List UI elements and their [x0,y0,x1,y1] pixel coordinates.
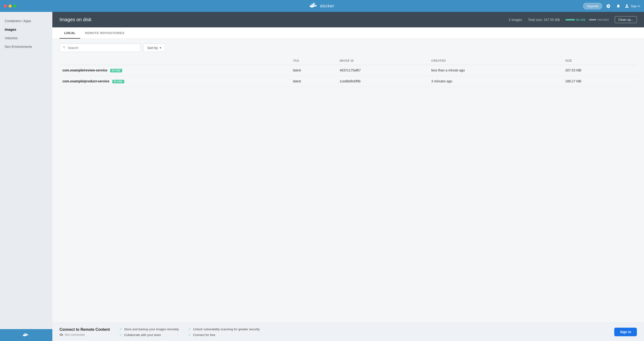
docker-wordmark: docker [320,4,334,9]
image-tag: latest [290,76,337,87]
table-body: com.example/review-service IN USE latest… [60,65,637,87]
sidebar-item-dev-environments[interactable]: Dev Environments [0,42,52,51]
tab-local[interactable]: LOCAL [60,27,80,39]
search-input[interactable] [68,46,137,50]
banner-feature-2: ✓ Collaborate with your team [120,333,179,337]
banner-feature-4: ✓ Connect for free [188,333,260,337]
sidebar-footer [0,329,52,341]
total-size: Total size: 247.55 MB [528,18,560,22]
signin-label: Sign in [631,4,640,8]
feature-label-1: Store and backup your images remotely [124,327,179,331]
in-use-badge: IN USE [112,80,124,83]
image-id: 1cedbd9cbf9b [337,76,428,87]
unused-bar [589,19,596,21]
svg-rect-9 [24,333,25,334]
sidebar-item-volumes[interactable]: Volumes [0,34,52,42]
docker-logo-icon [310,3,318,9]
legend-unused: UNUSED [589,18,609,21]
banner-subtitle: Not connected [60,333,110,336]
gear-icon [606,4,610,8]
banner-not-connected: Not connected [65,333,85,336]
app-body: Containers / Apps Images Volumes Dev Env… [0,12,644,341]
page-title: Images on disk [60,17,92,22]
sidebar-item-images[interactable]: Images [0,25,52,34]
notification-button[interactable] [614,2,622,10]
image-name: com.example/product-service [62,79,110,83]
banner-title: Connect to Remote Content [60,327,110,332]
col-created: CREATED [428,57,562,65]
minimize-button[interactable] [8,5,12,8]
svg-rect-2 [312,4,313,5]
banner-signin-button[interactable]: Sign in [614,328,637,336]
image-tag: latest [290,65,337,76]
close-button[interactable] [4,5,7,8]
titlebar-logo: docker [310,3,334,9]
images-count: 2 images [508,18,522,22]
tabs-bar: LOCAL REMOTE REPOSITORIES [52,27,644,39]
toolbar: Sort by ▾ [60,44,637,52]
banner-feature-3: ✓ Unlock vulnerability scanning for grea… [188,327,260,331]
banner-feature-1: ✓ Store and backup your images remotely [120,327,179,331]
not-connected-icon [60,333,63,336]
banner-features-right: ✓ Unlock vulnerability scanning for grea… [188,327,260,337]
image-id: 4637c175af67 [337,65,428,76]
settings-button[interactable] [604,2,612,10]
cleanup-button[interactable]: Clean up... [615,16,637,23]
maximize-button[interactable] [13,5,16,8]
header-right: 2 images Total size: 247.55 MB IN USE UN… [508,16,637,23]
content-area: LOCAL REMOTE REPOSITORIES Sort by ▾ [52,27,644,341]
table-row[interactable]: com.example/product-service IN USE lates… [60,76,637,87]
sidebar-item-containers[interactable]: Containers / Apps [0,17,52,25]
svg-rect-4 [313,4,314,5]
table-area: Sort by ▾ TAG IMAGE ID CREATED SIZE [52,39,644,323]
traffic-lights [4,5,16,8]
check-icon-2: ✓ [120,333,122,337]
search-box [60,44,140,52]
in-use-bar [566,19,575,21]
col-tag: TAG [290,57,337,65]
header-bar: Images on disk 2 images Total size: 247.… [52,12,644,27]
main-content: Images on disk 2 images Total size: 247.… [52,12,644,341]
sort-label: Sort by [147,46,158,50]
titlebar-actions: Upgrade Sign in [583,2,640,10]
titlebar: docker Upgrade Sign in [0,0,644,12]
svg-rect-6 [315,5,316,7]
signin-button[interactable]: Sign in [624,4,640,8]
banner-title-section: Connect to Remote Content Not connected [60,327,110,336]
sidebar-docker-icon [23,332,30,338]
svg-rect-11 [26,333,27,334]
legend: IN USE UNUSED [566,18,609,21]
svg-rect-12 [27,334,28,335]
upgrade-button[interactable]: Upgrade [583,3,602,9]
search-icon [62,46,66,50]
account-icon [624,4,629,8]
sort-button[interactable]: Sort by ▾ [143,44,165,52]
col-name [60,57,290,65]
table-header: TAG IMAGE ID CREATED SIZE [60,57,637,65]
bell-icon [616,4,620,8]
image-name-cell: com.example/product-service IN USE [60,76,290,87]
image-name-cell: com.example/review-service IN USE [60,65,290,76]
feature-label-4: Connect for free [193,333,215,337]
in-use-label: IN USE [576,18,586,21]
image-size: 207.53 MB [562,65,637,76]
image-size: 188.27 MB [562,76,637,87]
sidebar-nav: Containers / Apps Images Volumes Dev Env… [0,17,52,51]
table-row[interactable]: com.example/review-service IN USE latest… [60,65,637,76]
banner-features-left: ✓ Store and backup your images remotely … [120,327,179,337]
svg-rect-5 [313,3,314,4]
images-table: TAG IMAGE ID CREATED SIZE com.example/re… [60,57,637,87]
feature-label-2: Collaborate with your team [124,333,161,337]
bottom-banner: Connect to Remote Content Not connected … [52,323,644,341]
sidebar: Containers / Apps Images Volumes Dev Env… [0,12,52,341]
col-size: SIZE [562,57,637,65]
chevron-down-icon: ▾ [160,46,161,50]
check-icon-4: ✓ [188,333,191,337]
legend-in-use: IN USE [566,18,586,21]
feature-label-3: Unlock vulnerability scanning for greate… [193,327,260,331]
image-created: 3 minutes ago [428,76,562,87]
check-icon-3: ✓ [188,327,191,331]
tab-remote-repositories[interactable]: REMOTE REPOSITORIES [80,27,129,39]
check-icon-1: ✓ [120,327,122,331]
col-image-id: IMAGE ID [337,57,428,65]
